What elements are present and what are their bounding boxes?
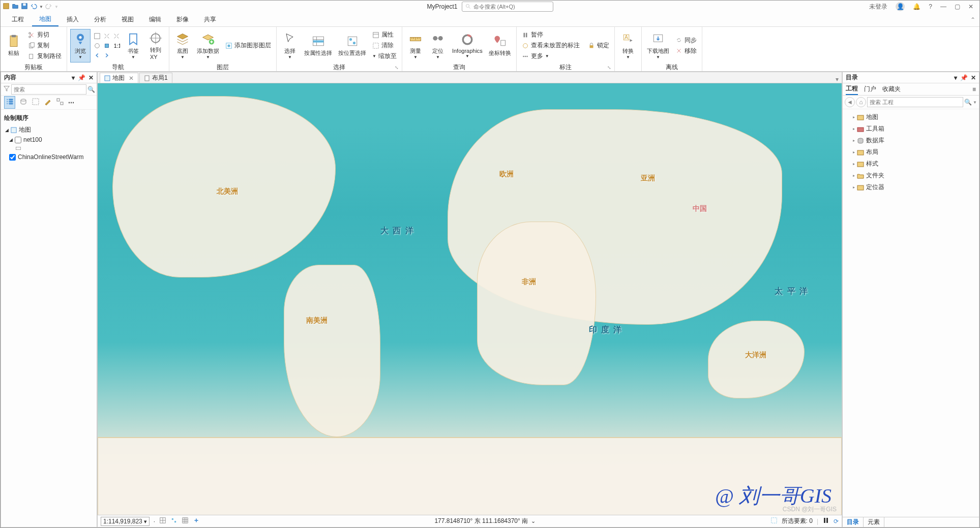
map-frame-item[interactable]: ◢ 地图 — [3, 125, 95, 135]
status-icon-1[interactable]: · — [154, 518, 155, 525]
catalog-item-locators[interactable]: ▸定位器 — [845, 181, 977, 193]
command-search-input[interactable] — [473, 4, 550, 10]
catalog-item-databases[interactable]: ▸数据库 — [845, 135, 977, 146]
redo-dropdown-icon[interactable]: ▼ — [54, 5, 58, 9]
minimize-button[interactable]: — — [940, 3, 946, 10]
catalog-tab-portal[interactable]: 门户 — [864, 84, 876, 95]
close-button[interactable]: ✕ — [968, 3, 973, 10]
locate-button[interactable]: 定位▼ — [428, 29, 448, 63]
explore-button[interactable]: 浏览▼ — [70, 29, 91, 63]
user-icon[interactable]: 👤 — [896, 2, 905, 11]
status-selected-icon[interactable] — [770, 517, 778, 525]
nav-back[interactable] — [93, 51, 102, 60]
tab-map[interactable]: 地图 — [32, 13, 58, 26]
attributes-button[interactable]: 属性 — [370, 30, 399, 40]
ribbon-collapse-icon[interactable]: ⌃ — [966, 16, 979, 23]
download-map-button[interactable]: 下载地图▼ — [645, 29, 671, 63]
catalog-hamburger-icon[interactable]: ≡ — [972, 85, 976, 94]
contents-search-input[interactable] — [11, 84, 86, 95]
pause-labels-button[interactable]: 暂停 — [520, 30, 582, 40]
view-tab-map[interactable]: 地图 ✕ — [100, 73, 138, 83]
layer-checkbox-basemap[interactable] — [9, 154, 16, 161]
catalog-tab-favorites[interactable]: 收藏夹 — [882, 84, 901, 95]
copy-path-button[interactable]: 复制路径 — [26, 51, 64, 61]
annotation-launcher-icon[interactable]: ⤡ — [607, 65, 611, 70]
goto-xy-button[interactable]: 转到 XY — [145, 29, 166, 63]
search-button-icon[interactable]: 🔍 — [87, 86, 95, 93]
more-labels-button[interactable]: 更多▼ — [520, 51, 582, 61]
copy-button[interactable]: 复制 — [26, 41, 64, 51]
sync-button[interactable]: 同步 — [673, 35, 699, 45]
nav-fixed-zoom-in[interactable] — [102, 32, 111, 41]
catalog-menu-icon[interactable]: ▾ — [954, 74, 957, 81]
nav-prev-extent[interactable] — [93, 41, 102, 50]
command-search-box[interactable] — [462, 2, 553, 12]
catalog-item-maps[interactable]: ▸地图 — [845, 111, 977, 123]
contents-more-icon[interactable]: ⋯ — [68, 99, 74, 106]
list-by-source-icon[interactable] — [19, 98, 27, 107]
new-project-icon[interactable] — [3, 3, 10, 11]
panel-menu-icon[interactable]: ▾ — [72, 74, 75, 81]
catalog-tab-project[interactable]: 工程 — [846, 83, 858, 95]
status-constraints-icon[interactable] — [159, 517, 166, 525]
remove-button[interactable]: 移除 — [673, 46, 699, 56]
nav-forward[interactable] — [102, 51, 111, 60]
nav-zoom-to-sel[interactable] — [102, 41, 111, 50]
bottom-tab-catalog[interactable]: 目录 — [843, 517, 864, 527]
catalog-home-icon[interactable]: ⌂ — [856, 97, 866, 107]
lock-labels-button[interactable]: 锁定 — [586, 41, 611, 51]
undo-dropdown-icon[interactable]: ▼ — [39, 5, 43, 9]
zoom-to-selection-button[interactable]: ▼缩放至 — [370, 51, 399, 61]
layer-symbol-net100[interactable] — [3, 144, 95, 152]
tab-view[interactable]: 视图 — [114, 13, 141, 26]
map-canvas[interactable]: 北美洲 南美洲 欧洲 非洲 亚洲 中国 大洋洲 大 西 洋 印 度 洋 太 平 … — [98, 83, 842, 515]
filter-icon[interactable] — [3, 85, 10, 94]
coordinates-display[interactable]: 177.8148710° 东 111.1684370° 南 ⌄ — [434, 517, 536, 525]
select-launcher-icon[interactable]: ⤡ — [395, 65, 399, 70]
add-graphics-layer-button[interactable]: 添加图形图层 — [223, 41, 273, 51]
catalog-item-layouts[interactable]: ▸布局 — [845, 146, 977, 158]
help-icon[interactable]: ? — [929, 3, 932, 10]
catalog-autohide-icon[interactable]: 📌 — [960, 74, 968, 81]
layer-checkbox-net100[interactable] — [15, 137, 21, 143]
select-by-attr-button[interactable]: 按属性选择 — [302, 29, 334, 63]
bookmarks-button[interactable]: 书签▼ — [123, 29, 143, 63]
list-by-editing-icon[interactable] — [44, 98, 52, 107]
tab-project[interactable]: 工程 — [5, 13, 31, 26]
refresh-icon[interactable]: ⟳ — [834, 518, 839, 525]
select-by-loc-button[interactable]: 按位置选择 — [336, 29, 368, 63]
paste-button[interactable]: 粘贴 — [4, 29, 24, 63]
login-status[interactable]: 未登录 — [869, 3, 887, 11]
list-by-drawing-order-icon[interactable] — [4, 96, 15, 109]
bell-icon[interactable]: 🔔 — [913, 3, 920, 10]
undo-icon[interactable] — [30, 3, 37, 11]
convert-button[interactable]: A 转换▼ — [618, 29, 638, 63]
view-tabs-menu-icon[interactable]: ▾ — [833, 76, 842, 83]
scale-input[interactable]: 1:114,919,823 ▾ — [101, 517, 150, 526]
redo-icon[interactable] — [45, 3, 52, 11]
catalog-item-folders[interactable]: ▸文件夹 — [845, 170, 977, 181]
status-snapping-icon[interactable] — [170, 517, 177, 525]
panel-close-icon[interactable]: ✕ — [88, 74, 94, 81]
infographics-button[interactable]: Infographics▼ — [450, 29, 485, 63]
nav-zoom-1-1[interactable]: 1:1 — [112, 41, 121, 50]
catalog-item-toolboxes[interactable]: ▸工具箱 — [845, 123, 977, 135]
panel-autohide-icon[interactable]: 📌 — [78, 74, 85, 81]
basemap-button[interactable]: 底图▼ — [172, 29, 193, 63]
select-button[interactable]: 选择▼ — [280, 29, 300, 63]
catalog-search-input[interactable] — [867, 97, 963, 107]
cut-button[interactable]: 剪切 — [26, 30, 64, 40]
tab-analysis[interactable]: 分析 — [87, 13, 113, 26]
layer-net100[interactable]: ◢ net100 — [3, 135, 95, 144]
add-data-button[interactable]: 添加数据▼ — [195, 29, 221, 63]
catalog-back-icon[interactable]: ◄ — [845, 97, 855, 107]
layer-china-basemap[interactable]: ChinaOnlineStreetWarm — [3, 152, 95, 162]
nav-full-extent[interactable] — [93, 32, 102, 41]
view-unplaced-button[interactable]: 查看未放置的标注 — [520, 41, 582, 51]
close-tab-icon[interactable]: ✕ — [129, 75, 134, 82]
bottom-tab-element[interactable]: 元素 — [864, 517, 884, 527]
status-correction-icon[interactable] — [193, 517, 200, 525]
save-icon[interactable] — [21, 3, 28, 11]
measure-button[interactable]: 测量▼ — [405, 29, 426, 63]
pause-drawing-icon[interactable] — [822, 517, 829, 525]
